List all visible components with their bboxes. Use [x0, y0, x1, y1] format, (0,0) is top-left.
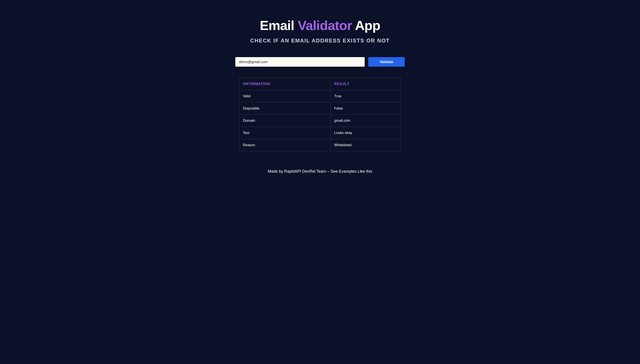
title-part1: Email: [260, 18, 298, 33]
footer: Made by RapidAPI DevRel Team – See Examp…: [268, 169, 372, 174]
title-part2: App: [352, 18, 380, 33]
row-label: Domain: [239, 115, 331, 127]
email-input[interactable]: [235, 57, 365, 67]
title-accent: Validator: [298, 18, 352, 33]
table-row: Reason Whitelisted: [239, 139, 401, 151]
results-table: INFORMATION RESULT Valid True Disposible…: [239, 78, 401, 151]
row-value: Looks okay: [330, 127, 401, 139]
footer-made-by: Made by RapidAPI DevRel Team –: [268, 169, 331, 174]
row-value: gmail.com: [330, 115, 401, 127]
validate-button[interactable]: Validate: [368, 57, 405, 67]
form-row: Validate: [235, 57, 405, 67]
row-value: Whitelisted: [330, 139, 401, 151]
row-label: Valid: [239, 90, 331, 102]
main-container: Email Validator App CHECK IF AN EMAIL AD…: [158, 18, 482, 174]
table-row: Valid True: [239, 90, 401, 102]
table-row: Text Looks okay: [239, 127, 401, 139]
header-result: RESULT: [330, 78, 401, 90]
row-label: Disposible: [239, 102, 331, 115]
row-label: Reason: [239, 139, 331, 151]
page-title: Email Validator App: [260, 18, 380, 33]
page-subtitle: CHECK IF AN EMAIL ADDRESS EXISTS OR NOT: [250, 38, 390, 44]
row-value: False: [330, 102, 401, 115]
table-row: Domain gmail.com: [239, 115, 401, 127]
header-information: INFORMATION: [239, 78, 331, 90]
table-header-row: INFORMATION RESULT: [239, 78, 401, 90]
table-row: Disposible False: [239, 102, 401, 115]
footer-link[interactable]: See Examples Like this: [331, 169, 372, 174]
row-label: Text: [239, 127, 331, 139]
row-value: True: [330, 90, 401, 102]
